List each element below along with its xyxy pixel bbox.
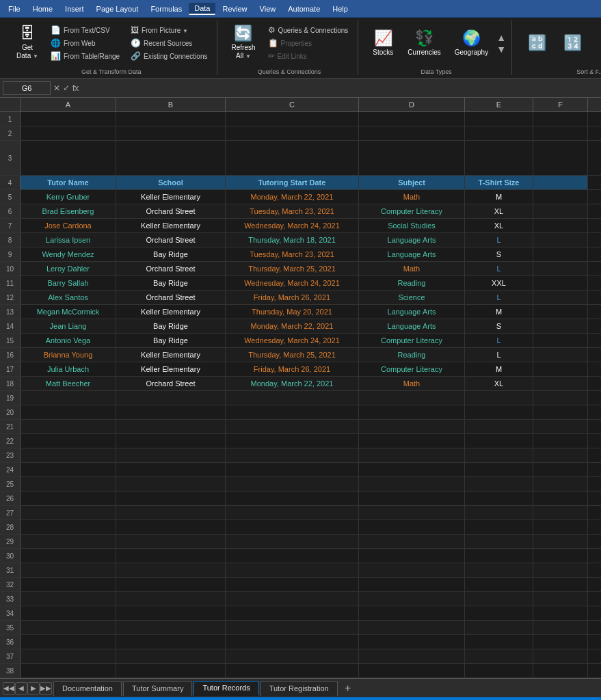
- cell-extra-14[interactable]: [533, 319, 588, 333]
- cell-f31[interactable]: [533, 563, 588, 577]
- tab-nav-first[interactable]: ◀◀: [3, 682, 15, 695]
- cell-e36[interactable]: [465, 635, 533, 649]
- cell-d31[interactable]: [359, 563, 465, 577]
- cell-extra-13[interactable]: [533, 305, 588, 319]
- formula-input[interactable]: [81, 84, 598, 92]
- cell-a33[interactable]: [21, 592, 116, 606]
- cell-e2[interactable]: [465, 126, 533, 140]
- cell-b35[interactable]: [116, 621, 226, 634]
- cell-a3[interactable]: Registered Tutors: [21, 141, 116, 175]
- cell-size-17[interactable]: M: [465, 362, 533, 376]
- cell-d38[interactable]: [359, 664, 465, 677]
- header-tutor-name[interactable]: Tutor Name: [21, 176, 116, 189]
- cell-b27[interactable]: [116, 506, 226, 520]
- cell-f3[interactable]: [533, 141, 588, 175]
- geography-button[interactable]: 🌍 Geography: [449, 23, 494, 64]
- edit-links-button[interactable]: ✏ Edit Links: [264, 50, 353, 62]
- cell-extra-16[interactable]: [533, 348, 588, 362]
- header-tshirt-size[interactable]: T-Shirt Size: [465, 176, 533, 189]
- cell-e32[interactable]: [465, 578, 533, 591]
- from-web-button[interactable]: 🌐 From Web: [46, 37, 124, 49]
- cell-school-14[interactable]: Bay Ridge: [116, 319, 226, 333]
- cell-d21[interactable]: [359, 420, 465, 433]
- tab-nav-next[interactable]: ▶: [27, 682, 40, 695]
- menu-formulas[interactable]: Formulas: [145, 3, 187, 14]
- cell-d32[interactable]: [359, 578, 465, 591]
- menu-automate[interactable]: Automate: [282, 3, 325, 14]
- cell-school-11[interactable]: Bay Ridge: [116, 276, 226, 290]
- cell-date-15[interactable]: Wednesday, March 24, 2021: [226, 334, 359, 347]
- cell-school-15[interactable]: Bay Ridge: [116, 334, 226, 347]
- data-types-scroll-up[interactable]: ▲: [496, 32, 506, 43]
- cell-subject-15[interactable]: Computer Literacy: [359, 334, 465, 347]
- cell-a30[interactable]: [21, 549, 116, 563]
- menu-file[interactable]: File: [3, 3, 26, 14]
- cell-c33[interactable]: [226, 592, 359, 606]
- cell-size-12[interactable]: L: [465, 291, 533, 304]
- cell-e1[interactable]: [465, 112, 533, 126]
- cell-e31[interactable]: [465, 563, 533, 577]
- cell-c2[interactable]: [226, 126, 359, 140]
- properties-button[interactable]: 📋 Properties: [264, 37, 353, 49]
- cell-d2[interactable]: [359, 126, 465, 140]
- cell-f21[interactable]: [533, 420, 588, 433]
- cell-date-11[interactable]: Wednesday, March 24, 2021: [226, 276, 359, 290]
- cell-extra-7[interactable]: [533, 219, 588, 232]
- cell-e3[interactable]: [465, 141, 533, 175]
- cell-name-11[interactable]: Barry Sallah: [21, 276, 116, 290]
- cell-a36[interactable]: [21, 635, 116, 649]
- cell-a35[interactable]: [21, 621, 116, 634]
- cell-f23[interactable]: [533, 448, 588, 462]
- cell-date-6[interactable]: Tuesday, March 23, 2021: [226, 204, 359, 218]
- cell-subject-9[interactable]: Language Arts: [359, 247, 465, 261]
- cell-reference-box[interactable]: [3, 81, 51, 95]
- cell-subject-16[interactable]: Reading: [359, 348, 465, 362]
- refresh-all-button[interactable]: 🔄 RefreshAll ▼: [226, 23, 261, 64]
- cell-school-12[interactable]: Orchard Street: [116, 291, 226, 304]
- cell-a29[interactable]: [21, 535, 116, 548]
- col-header-f[interactable]: F: [533, 98, 588, 111]
- cell-subject-5[interactable]: Math: [359, 190, 465, 204]
- cell-name-7[interactable]: Jose Cardona: [21, 219, 116, 232]
- cell-extra-9[interactable]: [533, 247, 588, 261]
- cell-e34[interactable]: [465, 606, 533, 620]
- cell-subject-7[interactable]: Social Studies: [359, 219, 465, 232]
- cell-size-13[interactable]: M: [465, 305, 533, 319]
- cell-e25[interactable]: [465, 477, 533, 491]
- cell-f2[interactable]: [533, 126, 588, 140]
- cell-extra-11[interactable]: [533, 276, 588, 290]
- cell-b3[interactable]: [116, 141, 226, 175]
- cell-f38[interactable]: [533, 664, 588, 677]
- cell-f34[interactable]: [533, 606, 588, 620]
- cell-f32[interactable]: [533, 578, 588, 591]
- from-text-csv-button[interactable]: 📄 From Text/CSV: [46, 24, 124, 36]
- cell-date-5[interactable]: Monday, March 22, 2021: [226, 190, 359, 204]
- cell-b28[interactable]: [116, 520, 226, 534]
- cell-a28[interactable]: [21, 520, 116, 534]
- menu-review[interactable]: Review: [217, 3, 252, 14]
- cell-a24[interactable]: [21, 463, 116, 476]
- cell-date-13[interactable]: Thursday, May 20, 2021: [226, 305, 359, 319]
- cell-a26[interactable]: [21, 492, 116, 505]
- cell-size-18[interactable]: XL: [465, 377, 533, 390]
- cell-d34[interactable]: [359, 606, 465, 620]
- cell-f20[interactable]: [533, 405, 588, 419]
- cell-d20[interactable]: [359, 405, 465, 419]
- cell-b1[interactable]: [116, 112, 226, 126]
- currencies-button[interactable]: 💱 Currencies: [402, 23, 446, 64]
- cell-e35[interactable]: [465, 621, 533, 634]
- cell-b25[interactable]: [116, 477, 226, 491]
- cell-f29[interactable]: [533, 535, 588, 548]
- cell-school-17[interactable]: Keller Elementary: [116, 362, 226, 376]
- cell-e37[interactable]: [465, 649, 533, 663]
- cell-date-18[interactable]: Monday, March 22, 2021: [226, 377, 359, 390]
- menu-insert[interactable]: Insert: [59, 3, 90, 14]
- cell-c27[interactable]: [226, 506, 359, 520]
- cell-a1[interactable]: [21, 112, 116, 126]
- cell-size-10[interactable]: L: [465, 262, 533, 275]
- cell-c30[interactable]: [226, 549, 359, 563]
- cell-f19[interactable]: [533, 391, 588, 405]
- cell-date-7[interactable]: Wednesday, March 24, 2021: [226, 219, 359, 232]
- cell-a32[interactable]: [21, 578, 116, 591]
- cell-d33[interactable]: [359, 592, 465, 606]
